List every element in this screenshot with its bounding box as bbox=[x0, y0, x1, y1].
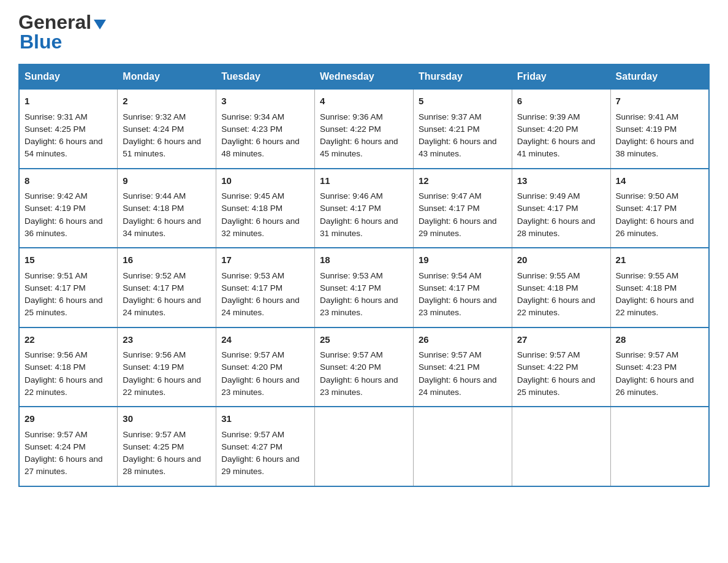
calendar-cell bbox=[512, 407, 610, 486]
day-number: 23 bbox=[123, 333, 211, 347]
sunrise-text: Sunrise: 9:54 AM bbox=[419, 271, 482, 280]
calendar-cell: 13 Sunrise: 9:49 AM Sunset: 4:17 PM Dayl… bbox=[512, 169, 610, 248]
sunset-text: Sunset: 4:20 PM bbox=[320, 362, 381, 372]
calendar-week-1: 1 Sunrise: 9:31 AM Sunset: 4:25 PM Dayli… bbox=[19, 89, 709, 169]
calendar-cell: 5 Sunrise: 9:37 AM Sunset: 4:21 PM Dayli… bbox=[413, 89, 512, 169]
calendar-cell: 10 Sunrise: 9:45 AM Sunset: 4:18 PM Dayl… bbox=[216, 169, 315, 248]
day-number: 4 bbox=[320, 94, 408, 109]
daylight-text: Daylight: 6 hours and 22 minutes. bbox=[616, 296, 694, 317]
calendar-cell: 8 Sunrise: 9:42 AM Sunset: 4:19 PM Dayli… bbox=[19, 169, 118, 248]
day-number: 11 bbox=[320, 174, 408, 188]
sunset-text: Sunset: 4:17 PM bbox=[616, 204, 677, 213]
sunset-text: Sunset: 4:17 PM bbox=[123, 283, 184, 293]
sunrise-text: Sunrise: 9:39 AM bbox=[517, 112, 580, 121]
sunrise-text: Sunrise: 9:57 AM bbox=[419, 350, 482, 359]
sunrise-text: Sunrise: 9:57 AM bbox=[25, 430, 88, 439]
daylight-text: Daylight: 6 hours and 31 minutes. bbox=[320, 216, 398, 238]
sunrise-text: Sunrise: 9:49 AM bbox=[517, 191, 580, 201]
daylight-text: Daylight: 6 hours and 24 minutes. bbox=[221, 296, 300, 317]
day-number: 5 bbox=[419, 94, 507, 109]
day-number: 29 bbox=[25, 412, 112, 426]
calendar-cell: 28 Sunrise: 9:57 AM Sunset: 4:23 PM Dayl… bbox=[610, 327, 709, 407]
day-number: 15 bbox=[25, 253, 112, 267]
daylight-text: Daylight: 6 hours and 25 minutes. bbox=[517, 375, 596, 397]
sunset-text: Sunset: 4:17 PM bbox=[320, 283, 381, 293]
sunset-text: Sunset: 4:17 PM bbox=[25, 283, 86, 293]
sunrise-text: Sunrise: 9:34 AM bbox=[221, 112, 284, 121]
calendar-cell: 21 Sunrise: 9:55 AM Sunset: 4:18 PM Dayl… bbox=[610, 248, 709, 327]
sunrise-text: Sunrise: 9:56 AM bbox=[123, 350, 186, 359]
sunrise-text: Sunrise: 9:42 AM bbox=[25, 191, 88, 201]
sunset-text: Sunset: 4:19 PM bbox=[616, 124, 677, 134]
sunrise-text: Sunrise: 9:53 AM bbox=[221, 271, 284, 280]
sunset-text: Sunset: 4:25 PM bbox=[25, 124, 86, 134]
daylight-text: Daylight: 6 hours and 26 minutes. bbox=[616, 216, 694, 238]
daylight-text: Daylight: 6 hours and 23 minutes. bbox=[320, 296, 398, 317]
sunset-text: Sunset: 4:18 PM bbox=[221, 204, 282, 213]
day-number: 30 bbox=[123, 412, 211, 426]
sunrise-text: Sunrise: 9:51 AM bbox=[25, 271, 88, 280]
calendar-cell: 17 Sunrise: 9:53 AM Sunset: 4:17 PM Dayl… bbox=[216, 248, 315, 327]
daylight-text: Daylight: 6 hours and 25 minutes. bbox=[25, 296, 103, 317]
header: General Blue bbox=[18, 12, 710, 52]
day-header-thursday: Thursday bbox=[413, 64, 512, 89]
calendar-header-row: SundayMondayTuesdayWednesdayThursdayFrid… bbox=[19, 64, 709, 89]
calendar-week-5: 29 Sunrise: 9:57 AM Sunset: 4:24 PM Dayl… bbox=[19, 407, 709, 486]
sunset-text: Sunset: 4:19 PM bbox=[25, 204, 86, 213]
sunset-text: Sunset: 4:25 PM bbox=[123, 442, 184, 451]
sunrise-text: Sunrise: 9:57 AM bbox=[123, 430, 186, 439]
sunset-text: Sunset: 4:24 PM bbox=[25, 442, 86, 451]
sunrise-text: Sunrise: 9:47 AM bbox=[419, 191, 482, 201]
calendar-cell: 14 Sunrise: 9:50 AM Sunset: 4:17 PM Dayl… bbox=[610, 169, 709, 248]
sunrise-text: Sunrise: 9:53 AM bbox=[320, 271, 383, 280]
calendar-cell: 2 Sunrise: 9:32 AM Sunset: 4:24 PM Dayli… bbox=[118, 89, 216, 169]
day-number: 10 bbox=[221, 174, 309, 188]
daylight-text: Daylight: 6 hours and 29 minutes. bbox=[221, 454, 300, 476]
daylight-text: Daylight: 6 hours and 23 minutes. bbox=[221, 375, 300, 397]
sunset-text: Sunset: 4:18 PM bbox=[616, 283, 677, 293]
sunset-text: Sunset: 4:17 PM bbox=[320, 204, 381, 213]
calendar-cell: 22 Sunrise: 9:56 AM Sunset: 4:18 PM Dayl… bbox=[19, 327, 118, 407]
sunset-text: Sunset: 4:20 PM bbox=[221, 362, 282, 372]
day-header-friday: Friday bbox=[512, 64, 610, 89]
sunrise-text: Sunrise: 9:57 AM bbox=[517, 350, 580, 359]
daylight-text: Daylight: 6 hours and 48 minutes. bbox=[221, 137, 300, 158]
daylight-text: Daylight: 6 hours and 22 minutes. bbox=[123, 375, 201, 397]
day-number: 21 bbox=[616, 253, 703, 267]
day-number: 13 bbox=[517, 174, 605, 188]
calendar-cell bbox=[413, 407, 512, 486]
logo-blue-text: Blue bbox=[20, 32, 62, 52]
sunset-text: Sunset: 4:17 PM bbox=[221, 283, 282, 293]
calendar-cell: 19 Sunrise: 9:54 AM Sunset: 4:17 PM Dayl… bbox=[413, 248, 512, 327]
sunrise-text: Sunrise: 9:52 AM bbox=[123, 271, 186, 280]
day-number: 28 bbox=[616, 333, 703, 347]
sunrise-text: Sunrise: 9:55 AM bbox=[616, 271, 679, 280]
daylight-text: Daylight: 6 hours and 26 minutes. bbox=[616, 375, 694, 397]
calendar-cell: 31 Sunrise: 9:57 AM Sunset: 4:27 PM Dayl… bbox=[216, 407, 315, 486]
calendar-cell: 23 Sunrise: 9:56 AM Sunset: 4:19 PM Dayl… bbox=[118, 327, 216, 407]
sunset-text: Sunset: 4:17 PM bbox=[419, 283, 480, 293]
sunrise-text: Sunrise: 9:36 AM bbox=[320, 112, 383, 121]
sunset-text: Sunset: 4:18 PM bbox=[517, 283, 578, 293]
daylight-text: Daylight: 6 hours and 45 minutes. bbox=[320, 137, 398, 158]
calendar-week-3: 15 Sunrise: 9:51 AM Sunset: 4:17 PM Dayl… bbox=[19, 248, 709, 327]
calendar-cell bbox=[315, 407, 414, 486]
sunrise-text: Sunrise: 9:57 AM bbox=[320, 350, 383, 359]
daylight-text: Daylight: 6 hours and 36 minutes. bbox=[25, 216, 103, 238]
sunset-text: Sunset: 4:22 PM bbox=[517, 362, 578, 372]
day-number: 16 bbox=[123, 253, 211, 267]
calendar-cell: 30 Sunrise: 9:57 AM Sunset: 4:25 PM Dayl… bbox=[118, 407, 216, 486]
sunrise-text: Sunrise: 9:57 AM bbox=[221, 350, 284, 359]
sunset-text: Sunset: 4:22 PM bbox=[320, 124, 381, 134]
daylight-text: Daylight: 6 hours and 27 minutes. bbox=[25, 454, 103, 476]
calendar-cell: 9 Sunrise: 9:44 AM Sunset: 4:18 PM Dayli… bbox=[118, 169, 216, 248]
sunset-text: Sunset: 4:17 PM bbox=[517, 204, 578, 213]
daylight-text: Daylight: 6 hours and 34 minutes. bbox=[123, 216, 201, 238]
sunrise-text: Sunrise: 9:31 AM bbox=[25, 112, 88, 121]
day-header-saturday: Saturday bbox=[610, 64, 709, 89]
daylight-text: Daylight: 6 hours and 22 minutes. bbox=[25, 375, 103, 397]
sunrise-text: Sunrise: 9:46 AM bbox=[320, 191, 383, 201]
day-number: 22 bbox=[25, 333, 112, 347]
calendar-cell: 7 Sunrise: 9:41 AM Sunset: 4:19 PM Dayli… bbox=[610, 89, 709, 169]
calendar: SundayMondayTuesdayWednesdayThursdayFrid… bbox=[18, 64, 710, 487]
